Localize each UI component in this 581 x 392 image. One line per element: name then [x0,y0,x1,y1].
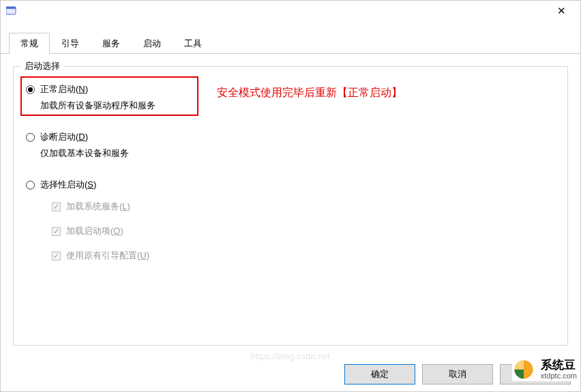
brand-badge: 系统豆 xtdptc.com [512,358,577,381]
checkbox-system-services: ✓ 加载系统服务(L) [52,200,555,213]
checkbox-original-boot: ✓ 使用原有引导配置(U) [52,250,555,262]
brand-text: 系统豆 xtdptc.com [541,359,577,380]
radio-label: 正常启动(N) [40,83,88,95]
radio-selective[interactable]: 选择性启动(S) [26,179,555,191]
radio-normal-desc: 加载所有设备驱动程序和服务 [40,100,555,112]
checkbox-label: 使用原有引导配置(U) [66,250,149,262]
radio-label: 诊断启动(D) [40,131,88,143]
button-row: 确定 取消 应用(A) [1,357,580,391]
checkbox-label: 加载系统服务(L) [66,200,130,213]
annotation-text: 安全模式使用完毕后重新【正常启动】 [217,86,402,100]
dialog-window: ✕ 常规 引导 服务 启动 工具 启动选择 安全模式使用完毕后重新【正常启动】 … [0,0,581,392]
button-label: 确定 [371,368,389,380]
content-area: 启动选择 安全模式使用完毕后重新【正常启动】 正常启动(N) 加载所有设备驱动程… [1,54,580,357]
brand-name: 系统豆 [541,359,577,372]
tab-label: 服务 [102,38,120,48]
startup-selection-group: 启动选择 安全模式使用完毕后重新【正常启动】 正常启动(N) 加载所有设备驱动程… [13,66,568,346]
button-label: 取消 [449,368,466,380]
tab-strip: 常规 引导 服务 启动 工具 [1,32,580,54]
brand-logo-icon [512,358,535,381]
app-icon [6,5,17,16]
checkbox-label: 加载启动项(O) [66,225,123,237]
checkbox-startup-items: ✓ 加载启动项(O) [52,225,555,237]
checkbox-icon: ✓ [52,252,61,260]
titlebar: ✕ [1,1,580,21]
radio-icon [26,133,35,142]
radio-diagnostic-desc: 仅加载基本设备和服务 [40,147,555,160]
cancel-button[interactable]: 取消 [422,364,493,385]
tab-label: 工具 [184,38,202,48]
radio-icon [26,85,35,94]
tab-label: 引导 [61,38,79,48]
tab-label: 启动 [143,38,161,48]
selective-checkboxes: ✓ 加载系统服务(L) ✓ 加载启动项(O) ✓ [52,200,555,262]
radio-icon [26,181,35,190]
ok-button[interactable]: 确定 [344,364,415,385]
brand-url: xtdptc.com [541,372,577,380]
group-title: 启动选择 [20,60,64,72]
checkbox-icon: ✓ [52,227,61,236]
tab-general[interactable]: 常规 [9,33,50,54]
tab-label: 常规 [20,38,38,48]
tab-services[interactable]: 服务 [91,33,132,54]
close-button[interactable]: ✕ [546,1,576,20]
tab-boot[interactable]: 引导 [50,33,91,54]
tab-tools[interactable]: 工具 [173,33,213,54]
svg-rect-1 [6,7,16,9]
radio-label: 选择性启动(S) [40,179,96,191]
close-icon: ✕ [557,5,566,17]
radio-diagnostic-block: 诊断启动(D) 仅加载基本设备和服务 [26,131,555,160]
checkbox-icon: ✓ [52,202,61,211]
radio-diagnostic[interactable]: 诊断启动(D) [26,131,555,143]
tab-startup[interactable]: 启动 [132,33,173,54]
radio-selective-block: 选择性启动(S) ✓ 加载系统服务(L) ✓ 加载启动项(O) [26,179,555,262]
